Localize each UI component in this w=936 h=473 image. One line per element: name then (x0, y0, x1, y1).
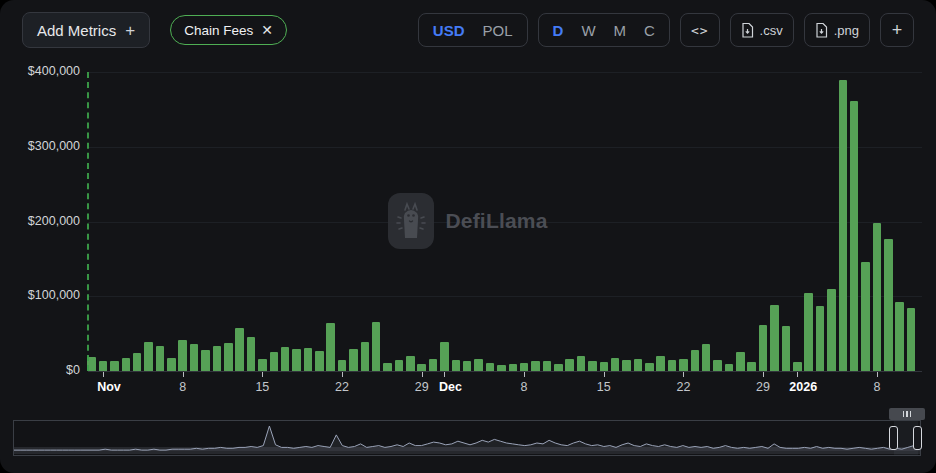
chart-bar[interactable] (725, 364, 734, 372)
chart-bar[interactable] (190, 344, 199, 371)
chart-bar[interactable] (99, 361, 108, 372)
chart-bar[interactable] (349, 349, 358, 371)
chart-bar[interactable] (486, 363, 495, 371)
chart-bar[interactable] (543, 361, 552, 372)
chart-bar[interactable] (247, 337, 256, 371)
chart-bar[interactable] (622, 360, 631, 371)
chart-bar[interactable] (702, 344, 711, 371)
chart-bar[interactable] (281, 347, 290, 371)
chart-bar[interactable] (315, 351, 324, 371)
chart-bar[interactable] (588, 361, 597, 372)
chart-bar[interactable] (907, 308, 916, 372)
chart-bar[interactable] (645, 363, 654, 371)
add-metrics-button[interactable]: Add Metrics + (22, 12, 150, 48)
chart-bar[interactable] (520, 363, 529, 371)
chart-bar[interactable] (509, 364, 518, 372)
chart-bar[interactable] (122, 358, 131, 371)
chart-bar[interactable] (691, 350, 700, 371)
chart-bar[interactable] (417, 364, 426, 372)
metric-pill-chain-fees[interactable]: Chain Fees ✕ (170, 15, 287, 45)
chart-bar[interactable] (611, 358, 620, 372)
chart-bar[interactable] (600, 362, 609, 371)
interval-option-daily[interactable]: D (553, 22, 564, 39)
interval-option-monthly[interactable]: M (614, 22, 627, 39)
chart-bar[interactable] (474, 359, 483, 371)
chart-bar[interactable] (793, 362, 802, 371)
chart-bar[interactable] (235, 328, 244, 371)
chart-bar[interactable] (497, 365, 506, 371)
close-icon[interactable]: ✕ (261, 22, 273, 38)
chart-bar[interactable] (156, 346, 165, 371)
download-png-button[interactable]: .png (804, 13, 870, 47)
time-range-brush[interactable] (13, 420, 921, 456)
chart-bar[interactable] (372, 322, 381, 371)
y-axis-label: $300,000 (0, 139, 80, 153)
chart-bar[interactable] (713, 360, 722, 371)
chart-bar[interactable] (554, 364, 563, 372)
chart-bar[interactable] (383, 363, 392, 371)
currency-option-usd[interactable]: USD (433, 22, 465, 39)
chart-bar[interactable] (270, 352, 279, 371)
chart-bar[interactable] (224, 343, 233, 371)
chart-bar[interactable] (884, 239, 893, 371)
x-axis-tick (877, 372, 878, 377)
chart-bar[interactable] (258, 359, 267, 371)
interval-option-weekly[interactable]: W (581, 22, 595, 39)
chart-bar[interactable] (565, 359, 574, 371)
chart-bar[interactable] (577, 356, 586, 371)
chart-bar[interactable] (110, 361, 119, 371)
y-axis-label: $0 (0, 363, 80, 377)
chart-bar[interactable] (770, 305, 779, 372)
x-axis-label: Dec (439, 380, 462, 394)
chart-bar[interactable] (201, 350, 210, 371)
brush-left-handle[interactable] (889, 426, 898, 450)
chart-bar[interactable] (656, 356, 665, 371)
currency-option-pol[interactable]: POL (483, 22, 513, 39)
chart-bar[interactable] (429, 359, 438, 371)
x-axis-label: 29 (756, 380, 770, 394)
chart-bar[interactable] (782, 326, 791, 371)
chart-bar[interactable] (668, 360, 677, 371)
chart-bar[interactable] (292, 349, 301, 371)
chart-bar[interactable] (895, 302, 904, 371)
x-axis-label: 8 (521, 380, 528, 394)
chart-bar[interactable] (816, 306, 825, 371)
download-csv-button[interactable]: .csv (730, 13, 794, 47)
chart-bar[interactable] (440, 342, 449, 371)
chart-bar[interactable] (827, 289, 836, 371)
chart-bar[interactable] (452, 360, 461, 371)
chart-bar[interactable] (178, 340, 187, 371)
embed-button[interactable]: <> (680, 13, 720, 47)
add-metrics-label: Add Metrics (37, 22, 116, 39)
brush-grip-badge (889, 408, 925, 420)
chart-bar[interactable] (531, 361, 540, 371)
chart-bar[interactable] (361, 342, 370, 371)
history-sparkline (14, 421, 920, 455)
chart-bar[interactable] (747, 362, 756, 371)
chart-bar[interactable] (861, 262, 870, 371)
chart-bar[interactable] (804, 293, 813, 371)
x-axis-tick (797, 372, 798, 377)
chart-bar[interactable] (634, 359, 643, 371)
chart-bar[interactable] (338, 360, 347, 371)
chart-bar[interactable] (463, 361, 472, 372)
plus-icon: + (125, 22, 135, 39)
chart-bar[interactable] (133, 353, 142, 371)
chart-bar[interactable] (213, 346, 222, 371)
gridline (88, 147, 922, 148)
chart-bar[interactable] (736, 352, 745, 371)
chart-bar[interactable] (759, 325, 768, 371)
x-axis-label: 22 (335, 380, 349, 394)
brush-right-handle[interactable] (913, 426, 922, 450)
interval-toggle: D W M C (538, 13, 670, 47)
chart-bar[interactable] (326, 323, 335, 371)
chart-bar[interactable] (406, 356, 415, 371)
chart-bar[interactable] (395, 360, 404, 371)
chart-bar[interactable] (679, 359, 688, 371)
chart-bar[interactable] (167, 358, 176, 372)
y-axis-label: $100,000 (0, 288, 80, 302)
chart-bar[interactable] (144, 342, 153, 371)
more-button[interactable]: + (880, 13, 914, 47)
chart-bar[interactable] (304, 348, 313, 371)
interval-option-cumulative[interactable]: C (644, 22, 655, 39)
